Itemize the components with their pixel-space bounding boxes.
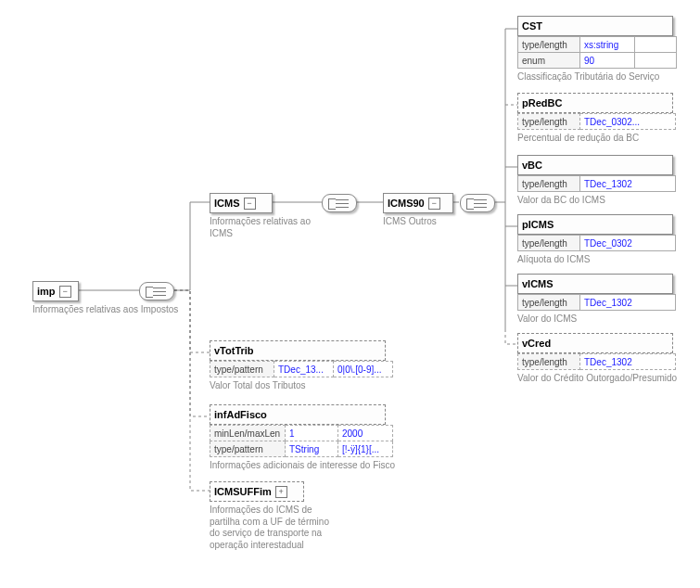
- table-vtottrib: type/pattern TDec_13... 0|0\.[0-9]...: [210, 361, 393, 377]
- node-icms90[interactable]: ICMS90 − ICMS Outros: [383, 193, 453, 228]
- label-icmsuffim: ICMSUFFim: [214, 486, 272, 497]
- table-infadfisco: minLen/maxLen 1 2000 type/pattern TStrin…: [210, 425, 393, 457]
- node-vicms[interactable]: vICMS type/length TDec_1302 Valor do ICM…: [517, 274, 676, 326]
- compositor-1: [139, 282, 174, 300]
- label-icms: ICMS: [214, 198, 240, 209]
- label-infadfisco: infAdFisco: [214, 409, 267, 420]
- label-vcred: vCred: [522, 338, 551, 349]
- table-predbc: type/length TDec_0302...: [517, 113, 676, 130]
- table-cst: type/length xs:string enum 90: [517, 36, 677, 69]
- caption-predbc: Percentual de redução da BC: [517, 133, 666, 145]
- table-vbc: type/length TDec_1302: [517, 175, 676, 192]
- expander-icms90[interactable]: −: [428, 198, 440, 210]
- node-picms[interactable]: pICMS type/length TDec_0302 Alíquota do …: [517, 214, 676, 266]
- expander-imp[interactable]: −: [59, 286, 71, 298]
- caption-icmsuffim: Informações do ICMS de partilha com a UF…: [210, 505, 335, 551]
- label-picms: pICMS: [522, 219, 554, 230]
- caption-infadfisco: Informações adicionais de interesse do F…: [210, 460, 395, 472]
- caption-imp: Informações relativas aos Impostos: [32, 304, 178, 316]
- caption-cst: Classificação Tributária do Serviço: [517, 71, 666, 83]
- caption-vcred: Valor do Crédito Outorgado/Presumido: [517, 373, 677, 385]
- node-vcred[interactable]: vCred type/length TDec_1302 Valor do Cré…: [517, 333, 677, 385]
- label-vicms: vICMS: [522, 278, 554, 289]
- label-vtottrib: vTotTrib: [214, 345, 254, 356]
- expander-icms[interactable]: −: [244, 198, 256, 210]
- label-imp: imp: [37, 286, 56, 297]
- node-icms[interactable]: ICMS − Informações relativas ao ICMS: [210, 193, 312, 239]
- caption-vicms: Valor do ICMS: [517, 313, 666, 326]
- node-vtottrib[interactable]: vTotTrib type/pattern TDec_13... 0|0\.[0…: [210, 340, 393, 392]
- label-icms90: ICMS90: [388, 198, 425, 209]
- node-infadfisco[interactable]: infAdFisco minLen/maxLen 1 2000 type/pat…: [210, 404, 395, 472]
- expander-icmsuffim[interactable]: +: [275, 486, 287, 498]
- label-predbc: pRedBC: [522, 97, 562, 109]
- caption-icms: Informações relativas ao ICMS: [210, 216, 312, 239]
- node-predbc[interactable]: pRedBC type/length TDec_0302... Percentu…: [517, 93, 676, 145]
- node-icmsuffim[interactable]: ICMSUFFim + Informações do ICMS de parti…: [210, 481, 335, 551]
- caption-vtottrib: Valor Total dos Tributos: [210, 380, 358, 392]
- compositor-2: [322, 194, 357, 212]
- caption-picms: Alíquota do ICMS: [517, 254, 666, 266]
- caption-vbc: Valor da BC do ICMS: [517, 195, 666, 207]
- label-cst: CST: [522, 20, 542, 32]
- node-cst[interactable]: CST type/length xs:string enum 90 Classi…: [517, 16, 677, 83]
- table-vcred: type/length TDec_1302: [517, 353, 676, 370]
- table-picms: type/length TDec_0302: [517, 235, 676, 251]
- compositor-3: [460, 194, 495, 212]
- node-vbc[interactable]: vBC type/length TDec_1302 Valor da BC do…: [517, 155, 676, 207]
- label-vbc: vBC: [522, 160, 542, 171]
- caption-icms90: ICMS Outros: [383, 216, 453, 228]
- table-vicms: type/length TDec_1302: [517, 294, 676, 311]
